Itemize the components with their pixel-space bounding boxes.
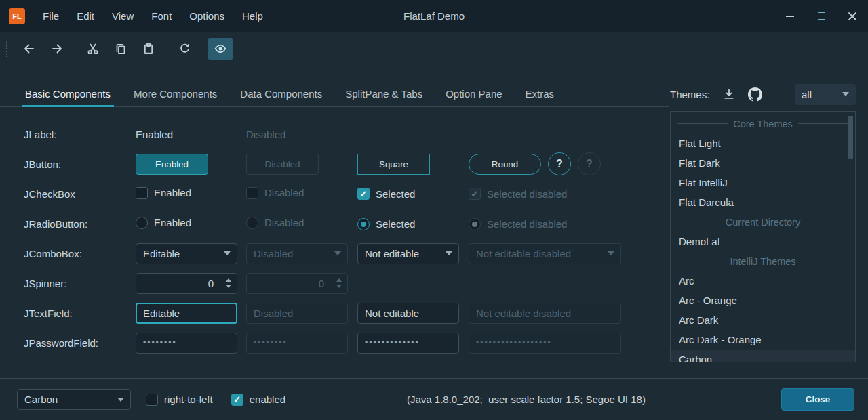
round-button[interactable]: Round [469,154,541,175]
checkbox-box [246,187,258,199]
enabled-button[interactable]: Enabled [136,154,208,175]
forward-button[interactable] [44,38,70,60]
checkbox-selected[interactable]: Selected [357,188,415,200]
back-button[interactable] [16,38,42,60]
spinner-value: 0 [247,274,331,293]
chevron-down-icon [842,92,849,96]
menu-help[interactable]: Help [233,0,272,32]
theme-filter-combobox[interactable]: all [795,84,856,105]
passwordfield-enabled[interactable]: •••••••• [136,333,237,354]
passwordfield-not-editable[interactable]: ••••••••••••• [357,333,459,354]
lookandfeel-combobox[interactable]: Carbon [17,389,131,410]
radio-circle-selected [469,218,481,230]
menu-font[interactable]: Font [142,0,180,32]
window-controls [774,0,868,32]
tab-option-pane[interactable]: Option Pane [434,81,513,106]
checkbox-enabled[interactable]: Enabled [136,187,191,199]
lookandfeel-value: Carbon [24,394,58,405]
jradiobutton-row-label: JRadioButton: [24,218,136,230]
theme-item-arc-dark[interactable]: Arc Dark [671,310,855,330]
radio-selected[interactable]: Selected [357,218,415,230]
forward-arrow-icon [51,43,63,55]
paste-button[interactable] [136,38,161,60]
combobox-value: Disabled [254,248,293,259]
theme-item-arc[interactable]: Arc [671,271,855,291]
close-button[interactable]: Close [781,388,854,411]
theme-item-flat-dark[interactable]: Flat Dark [671,153,855,173]
menu-view[interactable]: View [103,0,142,32]
show-hidden-toggle-button[interactable] [208,38,233,60]
separator-label: IntelliJ Themes [730,256,795,267]
textfield-editable[interactable]: Editable [136,303,237,324]
passwordfield-not-editable-disabled: •••••••••••••••••• [469,333,621,354]
enabled-checkbox[interactable]: enabled [231,394,285,406]
tabbar: Basic Components More Components Data Co… [0,81,669,107]
github-button[interactable] [743,84,766,104]
scrollbar-thumb[interactable] [848,116,853,159]
separator-label: Current Directory [726,217,800,228]
themes-list: Core Themes Flat Light Flat Dark Flat In… [670,111,856,362]
menu-file[interactable]: File [34,0,68,32]
theme-item-flat-light[interactable]: Flat Light [671,133,855,153]
textfield-not-editable-disabled: Not editable disabled [469,303,621,324]
menu-edit[interactable]: Edit [68,0,103,32]
combobox-editable[interactable]: Editable [136,243,237,264]
copy-button[interactable] [108,38,134,60]
radio-circle [136,217,148,229]
theme-item-arc-dark-orange[interactable]: Arc Dark - Orange [671,330,855,350]
menu-options[interactable]: Options [180,0,233,32]
theme-item-flat-darcula[interactable]: Flat Darcula [671,192,855,212]
download-theme-button[interactable] [717,84,741,104]
right-to-left-checkbox[interactable]: right-to-left [146,394,213,406]
radio-label: Selected disabled [487,218,567,230]
titlebar: FL File Edit View Font Options Help Flat… [0,0,868,32]
toolbar-grip[interactable] [6,41,9,57]
spinner-arrows[interactable] [220,274,237,293]
chevron-down-icon [446,251,452,255]
tab-basic-components[interactable]: Basic Components [14,81,122,106]
refresh-button[interactable] [172,38,197,60]
app-window: FL File Edit View Font Options Help Flat… [0,0,868,420]
theme-item-arc-orange[interactable]: Arc - Orange [671,291,855,310]
radio-circle-selected [357,218,370,230]
maximize-icon [818,12,825,20]
theme-item-flat-intellij[interactable]: Flat IntelliJ [671,173,855,192]
themes-header: Themes: all [670,83,856,106]
tab-extras[interactable]: Extras [514,81,566,106]
cut-button[interactable] [80,38,106,60]
jpasswordfield-row-label: JPasswordField: [24,337,136,349]
window-title: FlatLaf Demo [403,0,465,32]
combobox-disabled: Disabled [246,243,348,264]
help-button[interactable]: ? [548,152,571,175]
jlabel-row-label: JLabel: [24,129,136,140]
minimize-button[interactable] [774,0,806,32]
radio-enabled[interactable]: Enabled [136,217,191,229]
checkbox-disabled: Disabled [246,187,304,199]
theme-separator-intellij-themes: IntelliJ Themes [671,251,855,271]
square-button[interactable]: Square [357,154,430,175]
app-logo-icon: FL [9,8,25,24]
textfield-not-editable[interactable]: Not editable [357,303,459,324]
theme-separator-core: Core Themes [671,114,855,133]
spinner-enabled[interactable]: 0 [136,273,237,294]
theme-item-demolaf[interactable]: DemoLaf [671,232,855,251]
spinner-down-icon [336,285,342,288]
tab-more-components[interactable]: More Components [122,81,229,106]
minimize-icon [786,16,794,17]
combobox-value: Not editable disabled [476,248,571,259]
chevron-down-icon [117,398,124,402]
maximize-button[interactable] [806,0,837,32]
spinner-down-icon[interactable] [226,285,231,288]
scissors-icon [87,43,99,55]
combobox-not-editable[interactable]: Not editable [357,243,459,264]
tab-splitpane-tabs[interactable]: SplitPane & Tabs [334,81,434,106]
theme-item-carbon[interactable]: Carbon [671,350,855,362]
disabled-button: Disabled [246,154,319,175]
jspinner-row-label: JSpinner: [24,278,136,289]
close-window-button[interactable] [837,0,868,32]
radio-label: Selected [376,218,415,230]
spinner-up-icon[interactable] [226,278,231,282]
close-icon [848,12,857,21]
tab-data-components[interactable]: Data Components [229,81,334,106]
theme-filter-value: all [802,89,812,100]
